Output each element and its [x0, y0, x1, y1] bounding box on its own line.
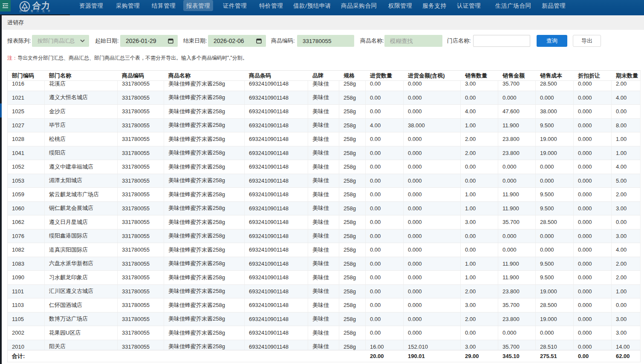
- table-cell: 美味佳蜂蜜芥末酱258g: [164, 146, 245, 161]
- table-cell: 紫云麒龙城市广场店: [45, 188, 118, 202]
- table-cell: 3.00: [612, 326, 641, 340]
- table-cell: 2.00: [461, 285, 498, 299]
- table-cell: 1.00: [612, 146, 641, 161]
- table-cell: 0.000: [498, 243, 536, 257]
- end-date-value: 2026-02-06: [214, 37, 244, 44]
- column-header: 折扣折让: [574, 70, 612, 81]
- table-cell: 0.00: [461, 326, 498, 340]
- table-cell: 331780055: [118, 229, 164, 244]
- table-cell: 美味佳蜂蜜芥末酱258g: [164, 91, 245, 105]
- table-cell: 0.00: [366, 257, 404, 271]
- nav-item[interactable]: 资源管理: [79, 0, 103, 11]
- table-cell: 0.000: [404, 202, 461, 216]
- end-date-label: 结束日期:: [183, 35, 207, 47]
- product-name-input[interactable]: [384, 35, 442, 47]
- export-button[interactable]: 导出: [573, 35, 601, 47]
- start-date-input[interactable]: 2026-01-29: [120, 35, 178, 47]
- table-cell: 0.000: [574, 312, 612, 327]
- table-cell: 美味佳: [308, 160, 339, 174]
- nav-item[interactable]: 认证管理: [457, 0, 481, 11]
- table-cell: 0.000: [498, 91, 536, 105]
- table-cell: 0.00: [612, 298, 641, 312]
- table-cell: 0.000: [574, 146, 612, 161]
- table-cell: 23.800: [498, 146, 536, 161]
- nav-item[interactable]: 借款/预结申请: [293, 0, 331, 11]
- table-cell: 美味佳蜂蜜芥末酱258g: [164, 174, 245, 188]
- table-cell: 美味佳: [308, 91, 339, 105]
- collapsed-sidebar[interactable]: [0, 15, 2, 364]
- table-row: 1083六盘水派华新都店331780055美味佳蜂蜜芥末酱258g6932410…: [7, 257, 641, 271]
- table-cell: 0.000: [404, 215, 461, 229]
- table-header-row: 部门编码部门名称商品编码商品名称商品条码品牌规格进货数量进货金额(含税)销售数量…: [7, 70, 641, 77]
- table-cell: 0.00: [366, 326, 404, 340]
- table-cell: 11.900: [498, 119, 536, 133]
- table-row: 1105数博万达广场店331780055美味佳蜂蜜芥末酱258g69324109…: [7, 312, 641, 327]
- table-cell: 0.00: [366, 160, 404, 174]
- table-cell: 0.00: [461, 243, 498, 257]
- table-cell: 0.00: [366, 132, 404, 146]
- table-cell: 6932410901148: [245, 132, 308, 146]
- table-cell: 花果园U区店: [45, 326, 118, 340]
- table-cell: 331780055: [118, 188, 164, 202]
- table-cell: 9.500: [536, 271, 574, 285]
- report-table-container[interactable]: 部门编码部门名称商品编码商品名称商品条码品牌规格进货数量进货金额(含税)销售数量…: [7, 70, 641, 362]
- nav-item[interactable]: 新品管理: [542, 0, 566, 11]
- table-cell: 数博万达广场店: [45, 312, 118, 327]
- table-cell: 0.00: [366, 146, 404, 161]
- table-cell: 道真滨阳国际店: [45, 243, 118, 257]
- table-cell: 1.00: [612, 132, 641, 146]
- column-header: 部门编码: [7, 70, 45, 81]
- end-date-input[interactable]: 2026-02-06: [208, 35, 266, 47]
- table-cell: 1060: [7, 202, 45, 216]
- table-cell: 美味佳: [308, 202, 339, 216]
- start-date-label: 起始日期:: [95, 35, 119, 47]
- tab-purchase-sale-stock[interactable]: 进销存: [7, 19, 24, 26]
- table-cell: 0.000: [404, 160, 461, 174]
- table-cell: 1062: [7, 215, 45, 229]
- export-note: 注：导出文件分部门汇总、商品汇总、部门商品汇总三个表，不需分开导出。输入多个商品…: [7, 54, 248, 62]
- total-cell: [339, 350, 366, 362]
- table-cell: 258g: [339, 271, 366, 285]
- table-cell: 美味佳蜂蜜芥末酱258g: [164, 298, 245, 312]
- table-cell: 38.000: [536, 105, 574, 119]
- nav-item[interactable]: 报表管理: [186, 0, 210, 11]
- table-cell: 331780055: [118, 243, 164, 257]
- table-cell: 6932410901148: [245, 119, 308, 133]
- table-cell: 258g: [339, 188, 366, 202]
- table-cell: 2.00: [461, 132, 498, 146]
- nav-item[interactable]: 证件管理: [223, 0, 247, 11]
- table-cell: 0.000: [536, 229, 574, 244]
- total-cell: [118, 350, 164, 362]
- nav-item[interactable]: 特价管理: [259, 0, 283, 11]
- product-code-input[interactable]: [297, 35, 354, 47]
- total-cell: 20.00: [366, 350, 404, 362]
- table-cell: 松桃店: [45, 132, 118, 146]
- table-cell: 遵义日月星城店: [45, 215, 118, 229]
- report-type-select[interactable]: 按部门商品汇总: [32, 35, 89, 47]
- nav-item[interactable]: 商品采购合同: [341, 0, 377, 11]
- nav-item[interactable]: 生活广场合同: [495, 0, 531, 11]
- nav-item[interactable]: 采购管理: [116, 0, 140, 11]
- table-cell: 9.500: [536, 257, 574, 271]
- nav-item[interactable]: 服务支持: [422, 0, 446, 11]
- total-row: 合计:20.00190.0129.00345.10275.510.0062.00: [7, 354, 641, 362]
- table-cell: 11.900: [498, 257, 536, 271]
- table-cell: 1.00: [461, 202, 498, 216]
- table-cell: 美味佳: [308, 174, 339, 188]
- table-cell: 毕节店: [45, 119, 118, 133]
- nav-item[interactable]: 权限管理: [388, 0, 412, 11]
- table-cell: 美味佳蜂蜜芥末酱258g: [164, 243, 245, 257]
- table-cell: 38.000: [404, 119, 461, 133]
- table-cell: 331780055: [118, 257, 164, 271]
- table-cell: 258g: [339, 326, 366, 340]
- column-header: 期末数量: [612, 70, 641, 81]
- table-cell: 美味佳蜂蜜芥末酱258g: [164, 202, 245, 216]
- table-cell: 3.00: [461, 298, 498, 312]
- nav-item[interactable]: 结算管理: [152, 0, 176, 11]
- store-name-input[interactable]: [473, 35, 530, 47]
- table-cell: 0.00: [366, 285, 404, 299]
- total-cell: 275.51: [536, 350, 574, 362]
- query-button[interactable]: 查询: [537, 35, 567, 47]
- table-cell: 美味佳蜂蜜芥末酱258g: [164, 229, 245, 244]
- table-cell: 0.000: [498, 229, 536, 244]
